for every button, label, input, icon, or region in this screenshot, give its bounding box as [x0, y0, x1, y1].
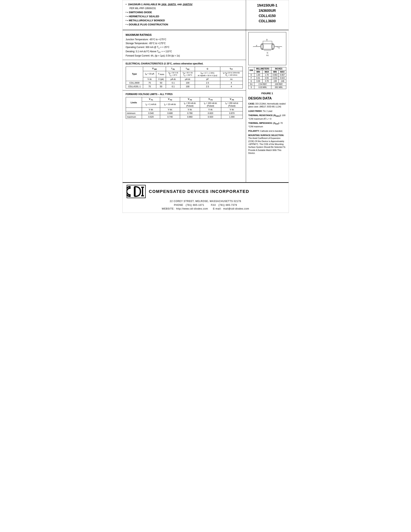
header: • 1N4150UR-1 AVAILABLE IN JAN, JANTX, AN… [123, 0, 289, 30]
fv-unit-1: V dc [142, 108, 160, 111]
cell-c: 2.5 [195, 85, 220, 88]
max-ratings-title: MAXIMUM RATINGS [126, 33, 243, 36]
svg-rect-20 [142, 187, 143, 196]
fv-col-vf5: V F5 [221, 97, 243, 102]
fv-row-min-vf5: 0.870 [221, 111, 243, 115]
unit-ua2: μA dc [180, 77, 195, 81]
table-row: F0.410.550.0160.022 [248, 76, 286, 80]
svg-text:F: F [256, 45, 257, 47]
fv-sub-vf5: IF = 200 mA dc(Pulsed) [221, 102, 243, 108]
forward-voltage-table: Limits V F1 V F2 V F3 V F4 V F5 IF = 1 m… [126, 97, 243, 119]
page: • 1N4150UR-1 AVAILABLE IN JAN, JANTX, AN… [122, 0, 289, 213]
fv-unit-2: V dc [160, 108, 180, 111]
svg-text:S: S [278, 47, 280, 49]
svg-text:G: G [267, 52, 268, 54]
design-mounting: MOUNTING SURFACE SELECTION: The Axial Co… [248, 134, 286, 155]
phone-label: PHONE [174, 204, 183, 206]
max-ratings-line2: Storage Temperature: -65°C to +175°C [126, 42, 243, 45]
unit-ua1: μA dc [166, 77, 180, 81]
fv-row-max-vf4: 0.920 [200, 115, 221, 119]
table-row: CDLL3600 75 50 0.1 100 2.5 4 [126, 81, 243, 85]
unit-pf: pF [195, 77, 220, 81]
fv-row-min-vf1: 0.540 [142, 111, 160, 115]
dim-col-dim: DIM [248, 67, 254, 74]
fv-col-vf3: V F3 [180, 97, 200, 102]
fax-label: FAX [211, 204, 216, 206]
design-thermal-imp: THERMAL IMPEDANCE: (ZθJX): 70 °C/W maxim… [248, 122, 286, 128]
bullet-1: • 1N4150UR-1 AVAILABLE IN JAN, JANTX, AN… [126, 3, 243, 6]
fv-col-vf2: V F2 [160, 97, 180, 102]
col-ir1: I R1 [166, 67, 180, 71]
footer-top: COMPENSATED DEVICES INCORPORATED [127, 185, 285, 198]
col-vbr: V BR [143, 67, 166, 71]
fv-row-max-vf5: 1.000 [221, 115, 243, 119]
bullet-3: •• HERMETICALLY SEALED [126, 15, 243, 18]
fv-row-min-vf4: 0.820 [200, 111, 221, 115]
bullet-4: •• METALLURGICALLY BONDED [126, 19, 243, 22]
cell-type: CDLL4150,-1 [126, 85, 143, 88]
dimensions-table: DIM MILLIMETERS INCHES MIN MAX MIN MAX D… [248, 67, 286, 89]
footer-company-name: COMPENSATED DEVICES INCORPORATED [149, 189, 249, 194]
bullet-1-sub: PER MIL-PRF-19500/231 [126, 7, 243, 10]
cell-c: 2.5 [195, 81, 220, 85]
cell-ttt: 4 [220, 81, 243, 85]
cell-ir1: 0.1 [166, 85, 180, 88]
max-ratings-line4: Derating: 3.1 mA dc/°C Above TEC = + 110… [126, 50, 243, 54]
col-vbr-sub1: IR = 10 μA [143, 71, 156, 77]
fv-unit-3: V dc [180, 108, 200, 111]
elec-char-title: ELECTRICAL CHARACTERISTICS @ 25°C, unles… [126, 62, 243, 65]
footer: COMPENSATED DEVICES INCORPORATED 22 CORE… [123, 182, 289, 213]
dim-col-min2: MIN [271, 70, 279, 74]
table-row: G12.54 REF..100 REF. [248, 83, 286, 86]
max-ratings-line3: Operating Current: 300 mA @ TA = + 25°C [126, 46, 243, 49]
col-ir1-sub: VB = 50 V dcTA = 25°C [166, 71, 180, 77]
bullet-5: •• DOUBLE PLUG CONSTRUCTION [126, 23, 243, 26]
col-ir2: I R2 [180, 67, 195, 71]
cell-vbr: 75 [143, 81, 156, 85]
header-right: 1N4150UR-1 1N3600UR CDLL4150 CDLL3600 [246, 0, 289, 30]
forward-voltage-section: FORWARD VOLTAGE LIMITS – ALL TYPES Limit… [123, 91, 246, 121]
col-type: Type [126, 67, 143, 81]
cell-type: CDLL3600 [126, 81, 143, 85]
svg-rect-22 [141, 195, 144, 196]
dim-col-max1: MAX [262, 70, 271, 74]
table-row: D1.601.700.0630.067 [248, 74, 286, 76]
cell-ir2: 100 [180, 81, 195, 85]
fv-row-max-vf1: 0.620 [142, 115, 160, 119]
design-case: CASE: DO-213AA, Hermetically sealed glas… [248, 102, 286, 108]
elec-char-table: Type V BR I R1 I R2 C tTT IR = 10 μA V R… [126, 66, 243, 88]
cell-ttt: 4 [220, 85, 243, 88]
fv-unit-4: V dc [200, 108, 221, 111]
col-ttt: tTT [220, 67, 243, 71]
figure-diagram: D F G G1 S [248, 32, 286, 65]
footer-contact-line2: WEBSITE: http://www.cdi-diodes.com E-mai… [162, 207, 249, 211]
fv-col-vf1: V F1 [142, 97, 160, 102]
website-label: WEBSITE: [162, 207, 175, 210]
table-row: maximum 0.620 0.740 0.860 0.920 1.000 [126, 115, 243, 119]
cell-vrwm: 50 [156, 81, 166, 85]
fv-row-max-vf2: 0.740 [160, 115, 180, 119]
cell-ir2: 100 [180, 85, 195, 88]
col-c-sub: VB = 0; f = 1 MHz;ac signals = 50 m V (p… [195, 71, 220, 77]
fv-col-vf4: V F4 [200, 97, 221, 102]
part-3: CDLL4150 [249, 13, 285, 19]
fv-unit-5: V dc [221, 108, 243, 111]
fv-col-limits: Limits [126, 97, 142, 108]
col-vrwm-sub: V RWM [156, 71, 166, 77]
fv-row-max-vf3: 0.860 [180, 115, 200, 119]
col-c: C [195, 67, 220, 71]
table-row: CDLL4150,-1 75 50 0.1 100 2.5 4 [126, 85, 243, 88]
fv-row-min-vf3: 0.780 [180, 111, 200, 115]
svg-text:G1: G1 [266, 54, 269, 56]
dim-col-max2: MAX [279, 70, 286, 74]
fv-row-min-label: minimum [126, 111, 142, 115]
fv-sub-vf3: IF = 50 mA dc(Pulsed) [180, 102, 200, 108]
cell-ir1: 0.1 [166, 81, 180, 85]
footer-street: 22 COREY STREET, MELROSE, MASSACHUSETTS … [162, 200, 249, 203]
part-4: CDLL3600 [249, 19, 285, 24]
dim-col-min1: MIN [254, 70, 262, 74]
table-row: minimum 0.540 0.680 0.780 0.820 0.870 [126, 111, 243, 115]
figure-title: FIGURE 1 [248, 92, 286, 95]
dim-col-in: INCHES [271, 67, 286, 70]
fv-row-max-label: maximum [126, 115, 142, 119]
